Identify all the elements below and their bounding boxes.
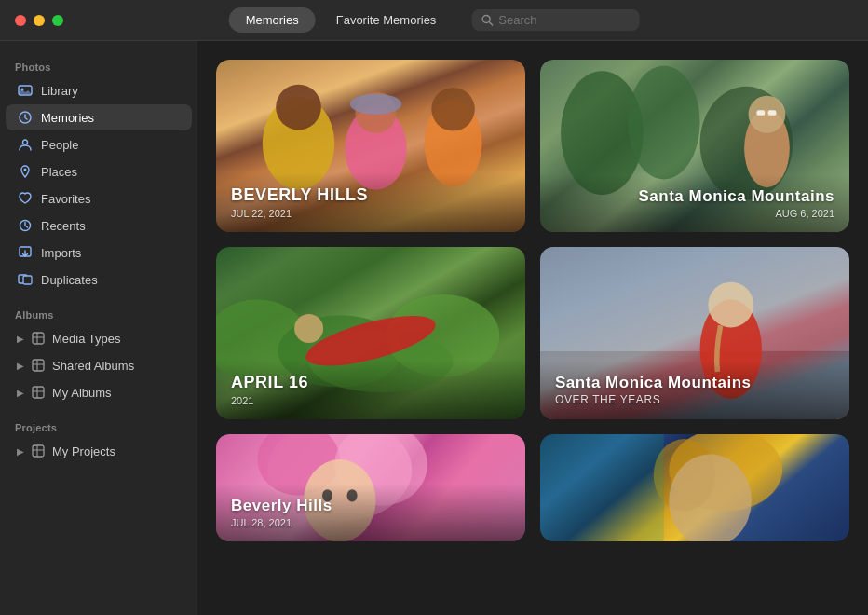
shared-albums-icon bbox=[30, 357, 47, 374]
sidebar-expand-media-types[interactable]: ▶ Media Types bbox=[6, 325, 192, 351]
my-albums-icon bbox=[30, 384, 47, 401]
sidebar-expand-shared-albums[interactable]: ▶ Shared Albums bbox=[6, 352, 192, 378]
memory-overlay-4: Santa Monica Mountains OVER THE YEARS bbox=[540, 361, 849, 419]
projects-section-label: Projects bbox=[0, 413, 197, 437]
memory-date-2: AUG 6, 2021 bbox=[555, 208, 834, 219]
memory-overlay-3: APRIL 16 2021 bbox=[216, 360, 525, 419]
sidebar: Photos Library Memories bbox=[0, 41, 197, 615]
svg-point-26 bbox=[749, 96, 786, 133]
memory-subtitle-4: OVER THE YEARS bbox=[555, 393, 834, 406]
expand-arrow-icon-4: ▶ bbox=[17, 446, 24, 457]
svg-point-5 bbox=[23, 140, 28, 144]
titlebar: Memories Favorite Memories bbox=[0, 0, 868, 41]
memories-icon bbox=[17, 109, 34, 126]
svg-rect-14 bbox=[33, 445, 44, 457]
sidebar-item-people[interactable]: People bbox=[6, 131, 192, 157]
my-projects-icon bbox=[30, 443, 47, 459]
sidebar-favorites-label: Favorites bbox=[41, 192, 181, 206]
sidebar-people-label: People bbox=[41, 138, 181, 152]
imports-icon bbox=[17, 244, 34, 261]
traffic-lights bbox=[15, 15, 63, 26]
sidebar-imports-label: Imports bbox=[41, 246, 181, 260]
sidebar-item-duplicates[interactable]: Duplicates bbox=[6, 266, 192, 293]
search-icon bbox=[481, 14, 493, 26]
memory-title-1: BEVERLY HILLS bbox=[231, 185, 510, 206]
memory-date-3: 2021 bbox=[231, 395, 510, 406]
content-area: BEVERLY HILLS JUL 22, 2021 bbox=[197, 41, 868, 615]
maximize-button[interactable] bbox=[52, 15, 63, 26]
tab-memories[interactable]: Memories bbox=[229, 7, 316, 33]
sidebar-item-memories[interactable]: Memories bbox=[6, 104, 192, 130]
sidebar-duplicates-label: Duplicates bbox=[41, 273, 181, 287]
expand-arrow-icon-3: ▶ bbox=[17, 388, 24, 398]
sidebar-item-library[interactable]: Library bbox=[6, 77, 192, 103]
memory-overlay-5: Beverly Hills JUL 28, 2021 bbox=[216, 484, 525, 541]
memory-title-2: Santa Monica Mountains bbox=[555, 187, 834, 206]
search-input[interactable] bbox=[498, 13, 629, 27]
card-visual-6 bbox=[540, 434, 849, 541]
svg-rect-10 bbox=[23, 276, 32, 284]
svg-point-34 bbox=[294, 314, 323, 343]
sidebar-media-types-label: Media Types bbox=[52, 332, 120, 346]
memory-card-beverly-hills[interactable]: BEVERLY HILLS JUL 22, 2021 bbox=[216, 60, 525, 232]
memory-title-5: Beverly Hills bbox=[231, 497, 510, 515]
places-icon bbox=[17, 163, 34, 180]
sidebar-expand-my-projects[interactable]: ▶ My Projects bbox=[6, 438, 192, 464]
sidebar-memories-label: Memories bbox=[41, 111, 181, 125]
library-icon bbox=[17, 82, 34, 99]
memory-bg-6 bbox=[540, 434, 849, 541]
sidebar-item-favorites[interactable]: Favorites bbox=[6, 185, 192, 212]
main-layout: Photos Library Memories bbox=[0, 41, 868, 615]
sidebar-item-imports[interactable]: Imports bbox=[6, 239, 192, 266]
svg-rect-35 bbox=[540, 247, 849, 351]
memories-grid: BEVERLY HILLS JUL 22, 2021 bbox=[216, 60, 849, 541]
svg-rect-28 bbox=[768, 110, 777, 116]
duplicates-icon bbox=[17, 271, 34, 288]
media-types-icon bbox=[30, 330, 47, 347]
titlebar-center: Memories Favorite Memories bbox=[229, 7, 640, 33]
memory-card-bottom-right[interactable] bbox=[540, 434, 849, 541]
people-icon bbox=[17, 136, 34, 153]
svg-line-1 bbox=[489, 22, 493, 26]
photos-section-label: Photos bbox=[0, 52, 197, 76]
memory-date-5: JUL 28, 2021 bbox=[231, 517, 510, 528]
close-button[interactable] bbox=[15, 15, 26, 26]
svg-point-23 bbox=[628, 66, 699, 180]
svg-point-21 bbox=[350, 94, 401, 115]
search-bar bbox=[471, 9, 639, 31]
svg-rect-27 bbox=[756, 110, 765, 116]
memory-date-1: JUL 22, 2021 bbox=[231, 208, 510, 219]
memory-overlay-2: Santa Monica Mountains AUG 6, 2021 bbox=[540, 174, 849, 232]
svg-point-20 bbox=[431, 88, 474, 130]
sidebar-shared-albums-label: Shared Albums bbox=[52, 359, 134, 373]
svg-rect-11 bbox=[33, 333, 44, 344]
svg-rect-48 bbox=[540, 434, 664, 541]
memory-card-santa-monica-1[interactable]: Santa Monica Mountains AUG 6, 2021 bbox=[540, 60, 849, 232]
svg-point-38 bbox=[708, 282, 753, 328]
sidebar-item-recents[interactable]: Recents bbox=[6, 212, 192, 239]
favorites-icon bbox=[17, 190, 34, 207]
svg-point-6 bbox=[24, 169, 27, 171]
sidebar-recents-label: Recents bbox=[41, 219, 181, 233]
sidebar-expand-my-albums[interactable]: ▶ My Albums bbox=[6, 379, 192, 405]
recents-icon bbox=[17, 217, 34, 234]
expand-arrow-icon: ▶ bbox=[17, 334, 24, 344]
albums-section-label: Albums bbox=[0, 300, 197, 324]
minimize-button[interactable] bbox=[34, 15, 45, 26]
expand-arrow-icon-2: ▶ bbox=[17, 361, 24, 371]
memory-overlay-1: BEVERLY HILLS JUL 22, 2021 bbox=[216, 172, 525, 232]
sidebar-my-projects-label: My Projects bbox=[52, 444, 115, 458]
svg-rect-12 bbox=[33, 360, 44, 371]
memory-title-4: Santa Monica Mountains bbox=[555, 374, 834, 392]
svg-rect-13 bbox=[33, 387, 44, 398]
memory-title-3: APRIL 16 bbox=[231, 373, 510, 393]
svg-point-16 bbox=[276, 85, 321, 130]
memory-card-april-16[interactable]: APRIL 16 2021 bbox=[216, 247, 525, 419]
memory-card-santa-monica-2[interactable]: Santa Monica Mountains OVER THE YEARS bbox=[540, 247, 849, 419]
sidebar-places-label: Places bbox=[41, 165, 181, 179]
memory-card-beverly-hills-2[interactable]: Beverly Hills JUL 28, 2021 bbox=[216, 434, 525, 541]
sidebar-library-label: Library bbox=[41, 84, 181, 98]
sidebar-item-places[interactable]: Places bbox=[6, 158, 192, 184]
sidebar-my-albums-label: My Albums bbox=[52, 386, 112, 400]
tab-favorite-memories[interactable]: Favorite Memories bbox=[319, 7, 454, 33]
